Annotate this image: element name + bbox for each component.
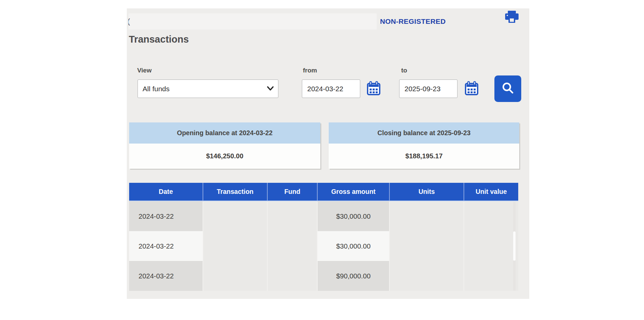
cell-fund [268, 231, 318, 261]
cell-gross-amount: $30,000.00 [318, 201, 390, 231]
from-label: from [303, 67, 317, 74]
clipped-text-fragment: ( [128, 17, 130, 26]
calendar-icon [465, 81, 479, 97]
account-selector-bar[interactable]: ( [128, 13, 377, 30]
cell-transaction [203, 201, 268, 231]
table-scrollbar-thumb[interactable] [513, 231, 516, 261]
cell-unit-value [464, 201, 518, 231]
closing-balance-label: Closing balance at 2025-09-23 [329, 122, 519, 144]
from-calendar-button[interactable] [366, 81, 381, 97]
opening-balance-box: Opening balance at 2024-03-22 $146,250.0… [129, 122, 320, 169]
cell-unit-value [464, 231, 518, 261]
opening-balance-value: $146,250.00 [129, 144, 320, 169]
table-row[interactable]: 2024-03-22 $30,000.00 [129, 201, 518, 231]
cell-gross-amount: $90,000.00 [318, 261, 390, 291]
column-header-date: Date [129, 183, 203, 201]
table-row[interactable]: 2024-03-22 $90,000.00 [129, 261, 518, 291]
cell-date: 2024-03-22 [129, 201, 203, 231]
closing-balance-box: Closing balance at 2025-09-23 $188,195.1… [329, 122, 519, 169]
column-header-fund: Fund [268, 183, 318, 201]
transactions-card: ( NON-REGISTERED Transactions View from … [127, 8, 529, 299]
column-header-gross-amount: Gross amount [318, 183, 390, 201]
cell-unit-value [464, 261, 518, 291]
table-header-row: Date Transaction Fund Gross amount Units… [129, 183, 518, 201]
cell-date: 2024-03-22 [129, 261, 203, 291]
cell-fund [268, 201, 318, 231]
table-scrollbar[interactable] [513, 202, 516, 290]
to-date-input[interactable] [399, 79, 458, 98]
cell-fund [268, 261, 318, 291]
opening-balance-label: Opening balance at 2024-03-22 [129, 122, 320, 144]
column-header-unit-value: Unit value [464, 183, 518, 201]
cell-units [390, 231, 464, 261]
column-header-transaction: Transaction [203, 183, 268, 201]
table-row[interactable]: 2024-03-22 $30,000.00 [129, 231, 518, 261]
transactions-table: Date Transaction Fund Gross amount Units… [129, 183, 518, 291]
cell-units [390, 201, 464, 231]
cell-transaction [203, 261, 268, 291]
to-label: to [401, 67, 407, 74]
column-header-units: Units [390, 183, 464, 201]
view-label: View [137, 67, 152, 74]
calendar-icon [367, 81, 381, 97]
to-calendar-button[interactable] [464, 81, 479, 97]
page-title: Transactions [129, 34, 189, 45]
view-select-wrap: All funds [138, 79, 278, 98]
cell-transaction [203, 231, 268, 261]
from-date-input[interactable] [302, 79, 360, 98]
printer-icon [504, 10, 520, 25]
cell-date: 2024-03-22 [129, 231, 203, 261]
print-button[interactable] [504, 10, 520, 25]
cell-gross-amount: $30,000.00 [318, 231, 390, 261]
account-type-label: NON-REGISTERED [380, 13, 446, 30]
search-button[interactable] [494, 75, 521, 102]
view-select[interactable]: All funds [138, 79, 278, 98]
magnifier-icon [500, 81, 515, 97]
closing-balance-value: $188,195.17 [329, 144, 519, 169]
cell-units [390, 261, 464, 291]
